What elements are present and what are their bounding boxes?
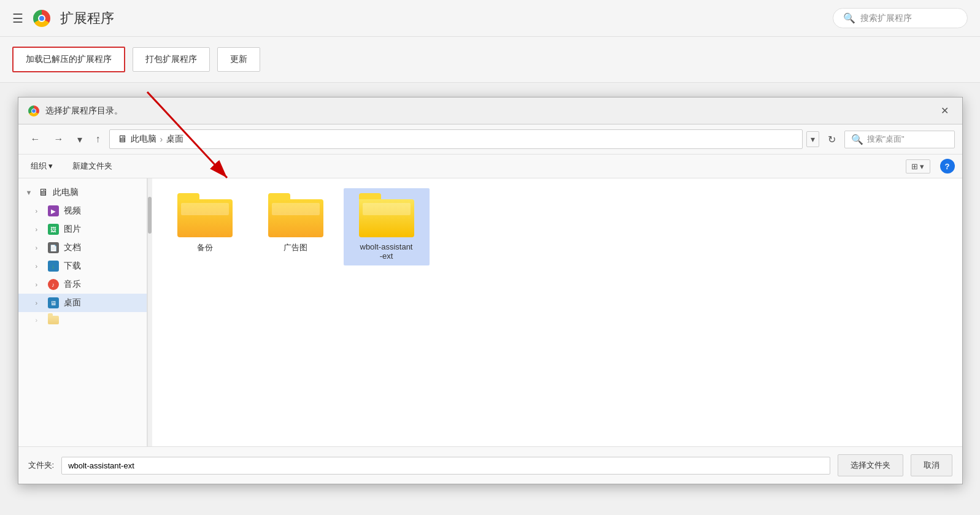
update-button[interactable]: 更新 — [217, 47, 260, 72]
folder-item-wbolt[interactable]: wbolt-assistant-ext — [344, 188, 430, 265]
sidebar-arrow-music: › — [36, 281, 43, 288]
view-mode-button[interactable]: ⊞ ▾ — [906, 159, 930, 174]
sidebar-item-desktop[interactable]: › 🖥 桌面 — [18, 294, 147, 312]
video-icon: ▶ — [48, 205, 59, 216]
folder-icon-wbolt — [359, 193, 414, 237]
sidebar-arrow-desktop: › — [36, 299, 43, 307]
organize-button[interactable]: 组织 ▾ — [26, 158, 58, 174]
pack-extension-button[interactable]: 打包扩展程序 — [133, 47, 210, 72]
search-field-icon: 🔍 — [851, 134, 863, 145]
action-row: 加载已解压的扩展程序 打包扩展程序 更新 — [0, 37, 980, 83]
sidebar-item-download[interactable]: › ↓ 下载 — [18, 257, 147, 275]
footer-label: 文件夹: — [28, 460, 55, 471]
sidebar-label-image: 图片 — [64, 224, 81, 235]
breadcrumb-pc-icon: 🖥 — [117, 134, 127, 145]
breadcrumb-sep1: › — [160, 134, 163, 144]
page-title: 扩展程序 — [60, 9, 114, 28]
breadcrumb-desktop[interactable]: 桌面 — [166, 134, 183, 145]
sidebar-container: ▼ 🖥 此电脑 › ▶ 视频 › 🖼 图片 › — [18, 178, 152, 446]
download-icon: ↓ — [48, 261, 59, 272]
sidebar: ▼ 🖥 此电脑 › ▶ 视频 › 🖼 图片 › — [18, 178, 147, 446]
sidebar-item-doc[interactable]: › 📄 文档 — [18, 238, 147, 257]
dialog-close-button[interactable]: ✕ — [937, 104, 952, 118]
folder-label-adimg: 广告图 — [284, 242, 307, 253]
nav-refresh-button[interactable]: ↻ — [823, 131, 841, 148]
sidebar-label-doc: 文档 — [64, 242, 81, 253]
pc-icon: 🖥 — [38, 187, 48, 198]
dialog-titlebar: 选择扩展程序目录。 ✕ — [18, 97, 962, 124]
dialog-navbar: ← → ▾ ↑ 🖥 此电脑 › 桌面 ▾ ↻ 🔍 搜索"桌面" — [18, 124, 962, 154]
dialog-title: 选择扩展程序目录。 — [45, 105, 123, 116]
sidebar-label-download: 下载 — [64, 261, 81, 272]
more-folder-icon — [48, 316, 59, 324]
dialog-content: ▼ 🖥 此电脑 › ▶ 视频 › 🖼 图片 › — [18, 178, 962, 446]
folder-label-wbolt: wbolt-assistant-ext — [360, 242, 413, 261]
cancel-button[interactable]: 取消 — [911, 454, 952, 476]
search-field-placeholder: 搜索"桌面" — [867, 134, 905, 145]
sidebar-arrow-video: › — [36, 207, 43, 215]
search-field[interactable]: 🔍 搜索"桌面" — [844, 131, 955, 148]
nav-up-button[interactable]: ↑ — [91, 131, 106, 147]
sidebar-arrow-doc: › — [36, 244, 43, 251]
file-picker-dialog: 选择扩展程序目录。 ✕ ← → ▾ ↑ 🖥 此电脑 › 桌面 ▾ ↻ 🔍 搜索"… — [18, 97, 963, 484]
folder-item-adimg[interactable]: 广告图 — [253, 188, 339, 265]
music-icon: ♪ — [48, 279, 59, 290]
folder-icon-backup — [177, 193, 233, 237]
menu-icon[interactable]: ☰ — [12, 11, 23, 26]
breadcrumb-dropdown[interactable]: ▾ — [806, 131, 819, 147]
dialog-chrome-icon — [28, 105, 39, 116]
breadcrumb: 🖥 此电脑 › 桌面 — [109, 129, 803, 149]
dialog-toolbar: 组织 ▾ 新建文件夹 ⊞ ▾ ? — [18, 154, 962, 178]
doc-icon: 📄 — [48, 242, 59, 253]
help-button[interactable]: ? — [940, 159, 955, 174]
sidebar-item-pc[interactable]: ▼ 🖥 此电脑 — [18, 183, 147, 202]
nav-forward-button[interactable]: → — [49, 131, 69, 147]
folder-label-backup: 备份 — [197, 242, 213, 253]
search-bar[interactable]: 🔍 搜索扩展程序 — [833, 8, 968, 28]
load-unpacked-button[interactable]: 加载已解压的扩展程序 — [12, 47, 125, 72]
sidebar-label-pc: 此电脑 — [53, 187, 79, 198]
confirm-button[interactable]: 选择文件夹 — [838, 454, 903, 476]
sidebar-item-image[interactable]: › 🖼 图片 — [18, 220, 147, 238]
nav-dropdown-button[interactable]: ▾ — [72, 131, 87, 148]
sidebar-arrow-download: › — [36, 262, 43, 270]
sidebar-arrow-image: › — [36, 226, 43, 233]
sidebar-item-music[interactable]: › ♪ 音乐 — [18, 275, 147, 294]
nav-back-button[interactable]: ← — [26, 131, 45, 147]
sidebar-arrow-pc: ▼ — [26, 189, 33, 196]
folder-item-backup[interactable]: 备份 — [162, 188, 248, 265]
sidebar-label-video: 视频 — [64, 205, 81, 216]
chrome-logo — [33, 10, 50, 27]
folder-path-input[interactable] — [61, 457, 830, 475]
dialog-footer: 文件夹: 选择文件夹 取消 — [18, 446, 962, 484]
sidebar-label-desktop: 桌面 — [64, 297, 81, 308]
desktop-icon: 🖥 — [48, 297, 59, 308]
scroll-thumb — [148, 197, 152, 234]
sidebar-scrollbar[interactable] — [147, 178, 152, 446]
breadcrumb-pc[interactable]: 此电脑 — [131, 134, 156, 145]
sidebar-item-video[interactable]: › ▶ 视频 — [18, 202, 147, 220]
sidebar-item-more: › — [18, 312, 147, 328]
search-icon: 🔍 — [843, 12, 855, 24]
image-icon: 🖼 — [48, 224, 59, 235]
search-placeholder: 搜索扩展程序 — [860, 13, 912, 24]
folder-icon-adimg — [268, 193, 323, 237]
main-file-area: 备份 广告图 wbolt — [152, 178, 962, 446]
sidebar-label-music: 音乐 — [64, 279, 81, 290]
top-bar: ☰ 扩展程序 🔍 搜索扩展程序 — [0, 0, 980, 37]
new-folder-button[interactable]: 新建文件夹 — [68, 158, 117, 174]
